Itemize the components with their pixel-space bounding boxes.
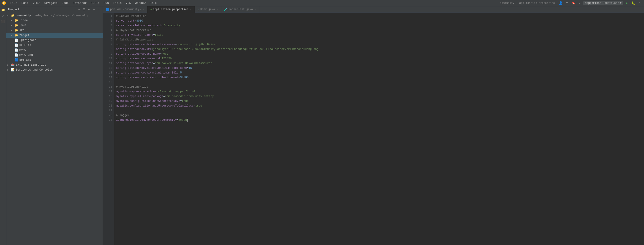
code-line: spring.datasource.hikari.maximum-pool-si…: [116, 66, 642, 70]
line-number: 21: [103, 108, 112, 113]
project-panel-header: Project ⊕ ☰ ⋯ ⚙ ✕: [6, 6, 103, 13]
code-line: server.port=8080: [116, 19, 642, 24]
editor-content[interactable]: 1234567891011121314151617181920212223 # …: [103, 13, 644, 245]
property-key: spring.datasource.type: [116, 61, 153, 66]
code-line: # logger: [116, 113, 642, 118]
tree-root[interactable]: ▼ 📁 community D:\DingJiaxiong\IdeaProjec…: [6, 13, 103, 18]
property-key: spring.datasource.hikari.minimum-idle: [116, 70, 178, 75]
property-value: true: [182, 99, 189, 104]
add-icon[interactable]: ⊕: [77, 8, 81, 12]
tab-label: MapperTest.java: [228, 8, 253, 11]
project-icon[interactable]: 📁: [0, 7, 6, 12]
tree-item-mvnw[interactable]: 📄 mvnw: [6, 48, 103, 52]
item-label: External Libraries: [16, 64, 46, 66]
menu-navigate[interactable]: Navigate: [42, 1, 59, 5]
settings-icon[interactable]: ⚙: [637, 0, 642, 6]
tree-item-src[interactable]: ▶ 📂 src: [6, 28, 103, 33]
tree-item-helpmd[interactable]: 📄 HELP.md: [6, 43, 103, 48]
close-tab-icon[interactable]: ✕: [254, 8, 256, 11]
app-logo: IJ: [2, 1, 6, 6]
tree-item-external-libs[interactable]: ▶ 📚 External Libraries: [6, 62, 103, 68]
property-value: 15: [189, 66, 192, 70]
menu-window[interactable]: Window: [133, 1, 148, 5]
libs-icon: 📚: [11, 63, 15, 67]
settings-panel-icon[interactable]: ⚙: [92, 8, 96, 12]
line-number: 7: [103, 42, 112, 47]
collapse-all-icon[interactable]: ☰: [82, 8, 86, 12]
svg-text:IJ: IJ: [3, 2, 6, 5]
tree-item-idea[interactable]: ▶ 📂 .idea: [6, 18, 103, 23]
file-icon: 📄: [14, 53, 18, 57]
bookmarks-icon[interactable]: 🔖: [571, 0, 576, 6]
tab-pomxml[interactable]: 🟦 pom.xml (community) ✕: [103, 6, 147, 12]
comment-text: # ServerProperties: [116, 14, 146, 19]
menu-file[interactable]: File: [8, 1, 19, 5]
hide-panel-icon[interactable]: ✕: [97, 8, 101, 12]
account-icon[interactable]: 👤: [558, 0, 564, 6]
code-line: spring.datasource.url=jdbc:mysql://local…: [116, 47, 642, 52]
tree-item-gitignore[interactable]: 📄 .gitignore: [6, 38, 103, 43]
menu-view[interactable]: View: [30, 1, 41, 5]
comment-text: # DataSourceProperties: [116, 38, 153, 42]
tree-item-mvn[interactable]: ▶ 📂 .mvn: [6, 23, 103, 28]
text-cursor: [187, 119, 188, 122]
run-button[interactable]: ▶: [624, 0, 630, 6]
tree-item-mvnwcmd[interactable]: 📄 mvnw.cmd: [6, 52, 103, 58]
tab-label: application.properties: [153, 8, 188, 11]
line-number: 1: [103, 14, 112, 19]
tab-icon: ⚙: [150, 8, 152, 11]
menu-code[interactable]: Code: [60, 1, 70, 5]
property-value: com.mysql.cj.jdbc.Driver: [177, 42, 217, 47]
tree-item-scratches[interactable]: ▶ 📝 Scratches and Consoles: [6, 68, 103, 72]
panel-title: Project: [8, 8, 76, 11]
chevron-down-icon[interactable]: ▼: [564, 0, 570, 6]
tab-userjava[interactable]: ☕ User.java ✕: [195, 6, 222, 12]
menu-edit[interactable]: Edit: [20, 1, 30, 5]
more-options-icon[interactable]: ⋯: [87, 8, 91, 12]
comment-text: # MybatisProperties: [116, 85, 148, 90]
equals-sign: =: [177, 118, 178, 122]
item-label: mvnw.cmd: [19, 54, 33, 57]
close-tab-icon[interactable]: ✕: [216, 8, 218, 11]
item-label: .gitignore: [19, 39, 36, 42]
property-key: spring.datasource.username: [116, 52, 160, 56]
line-number: 8: [103, 47, 112, 52]
file-icon: 📄: [14, 48, 18, 52]
code-line: server.servlet.context-path=/community: [116, 24, 642, 28]
file-tree: ▼ 📁 community D:\DingJiaxiong\IdeaProjec…: [6, 13, 103, 245]
tab-application-properties[interactable]: ⚙ application.properties ✕: [147, 6, 195, 13]
folder-icon: 📂: [14, 28, 18, 32]
code-line: # ThymeleafProperties: [116, 28, 642, 33]
expand-arrow: ▶: [7, 64, 11, 66]
debug-button[interactable]: 🐛: [630, 0, 636, 6]
run-config[interactable]: MapperTest.updateUser ▼: [583, 1, 623, 5]
menu-refactor[interactable]: Refactor: [71, 1, 88, 5]
menu-run[interactable]: Run: [102, 1, 111, 5]
item-label: pom.xml: [19, 58, 31, 62]
property-value: 8080: [136, 19, 143, 24]
tab-mappertestjava[interactable]: 🧪 MapperTest.java ✕: [221, 6, 259, 12]
item-label: Scratches and Consoles: [16, 68, 53, 72]
menu-help[interactable]: Help: [148, 1, 158, 5]
tree-item-pomxml[interactable]: 🟦 pom.xml: [6, 58, 103, 62]
run-config-label: MapperTest.updateUser: [585, 2, 619, 5]
commit-icon[interactable]: ✓: [0, 13, 6, 18]
line-number: 20: [103, 104, 112, 108]
equals-sign: =: [153, 61, 155, 66]
menu-tools[interactable]: Tools: [111, 1, 124, 5]
menu-build[interactable]: Build: [89, 1, 102, 5]
property-key: server.port: [116, 19, 135, 24]
root-label: community: [16, 14, 31, 17]
code-line: mybatis.mapper-locations=classpath:mappe…: [116, 90, 642, 94]
tree-item-target[interactable]: ▶ 📂 target: [6, 33, 103, 38]
structure-icon[interactable]: ⬛: [0, 19, 6, 24]
file-icon: 📄: [14, 38, 18, 42]
property-value: 123456: [162, 56, 172, 61]
code-editor[interactable]: # ServerPropertiesserver.port=8080server…: [114, 13, 644, 245]
close-tab-icon[interactable]: ✕: [142, 8, 144, 11]
menu-vcs[interactable]: VCS: [124, 1, 133, 5]
property-key: mybatis.mapper-locations: [116, 90, 156, 94]
git-update-icon[interactable]: ↙: [577, 0, 582, 6]
property-value: debug: [178, 118, 187, 122]
close-tab-icon[interactable]: ✕: [190, 8, 192, 11]
